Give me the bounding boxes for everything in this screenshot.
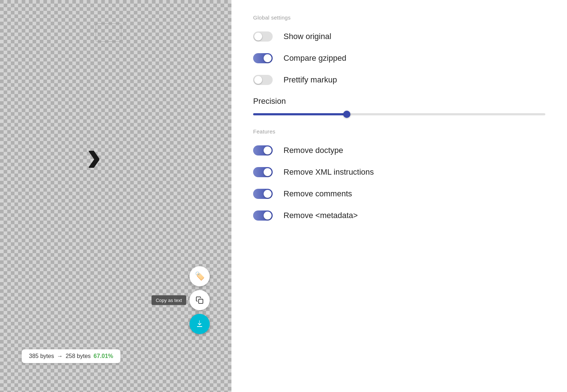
toggle-thumb-remove-metadata: [264, 212, 272, 220]
label-remove-doctype: Remove doctype: [284, 146, 343, 155]
copy-button[interactable]: [189, 290, 210, 310]
toggle-remove-xml[interactable]: [253, 167, 273, 177]
toggle-remove-doctype[interactable]: [253, 145, 273, 155]
label-prettify-markup: Prettify markup: [284, 75, 337, 85]
toggle-thumb-remove-comments: [264, 190, 272, 198]
global-settings-title: Global settings: [253, 14, 545, 21]
settings-panel: Global settings Show original Compare gz…: [231, 0, 567, 392]
chevron-icon: ›: [87, 134, 101, 177]
setting-row-remove-comments: Remove comments: [253, 189, 545, 199]
paste-icon: 🏷️: [195, 272, 205, 281]
label-remove-xml: Remove XML instructions: [284, 167, 374, 177]
toggle-prettify-markup[interactable]: [253, 75, 273, 85]
toggle-compare-gzipped[interactable]: [253, 53, 273, 63]
setting-row-remove-metadata: Remove <metadata>: [253, 210, 545, 221]
toggle-thumb-prettify-markup: [254, 76, 262, 84]
label-show-original: Show original: [284, 32, 331, 41]
precision-title: Precision: [253, 97, 545, 106]
label-remove-comments: Remove comments: [284, 189, 352, 199]
label-compare-gzipped: Compare gzipped: [284, 54, 346, 63]
fab-area: 🏷️ Copy as text: [189, 266, 210, 334]
arrow-separator: →: [57, 353, 63, 359]
slider-thumb[interactable]: [343, 111, 350, 118]
global-toggles-list: Show original Compare gzipped Prettify m…: [253, 31, 545, 85]
setting-row-show-original: Show original: [253, 31, 545, 42]
status-bar: 385 bytes → 258 bytes 67.01%: [22, 349, 120, 363]
toggle-thumb-remove-xml: [264, 168, 272, 176]
setting-row-remove-xml: Remove XML instructions: [253, 167, 545, 177]
precision-slider[interactable]: [253, 113, 545, 115]
svg-text:>: >: [98, 31, 100, 35]
precision-section: Precision: [253, 97, 545, 115]
features-toggles-list: Remove doctype Remove XML instructions R…: [253, 145, 545, 221]
setting-row-compare-gzipped: Compare gzipped: [253, 53, 545, 63]
copy-icon: [196, 296, 204, 304]
features-title: Features: [253, 128, 545, 135]
setting-row-remove-doctype: Remove doctype: [253, 145, 545, 155]
setting-row-prettify-markup: Prettify markup: [253, 75, 545, 85]
toggle-thumb-compare-gzipped: [264, 54, 272, 62]
original-size: 385 bytes: [29, 353, 54, 359]
percent-label: 67.01%: [94, 353, 113, 359]
canvas-area: › > 385 bytes → 258 bytes 67.01% 🏷️ Copy…: [0, 0, 231, 392]
copy-tooltip: Copy as text: [152, 295, 186, 305]
paste-button[interactable]: 🏷️: [189, 266, 210, 286]
toggle-show-original[interactable]: [253, 31, 273, 42]
copy-button-wrap: Copy as text: [189, 290, 210, 310]
download-icon: [195, 320, 204, 328]
optimized-size: 258 bytes: [65, 353, 90, 359]
svg-thumbnail: >: [94, 22, 123, 45]
toggle-remove-comments[interactable]: [253, 189, 273, 199]
label-remove-metadata: Remove <metadata>: [284, 211, 358, 220]
toggle-thumb-show-original: [254, 33, 262, 41]
slider-fill: [253, 113, 347, 115]
toggle-remove-metadata[interactable]: [253, 210, 273, 221]
svg-rect-2: [199, 299, 203, 303]
toggle-thumb-remove-doctype: [264, 146, 272, 154]
download-button[interactable]: [189, 314, 210, 334]
